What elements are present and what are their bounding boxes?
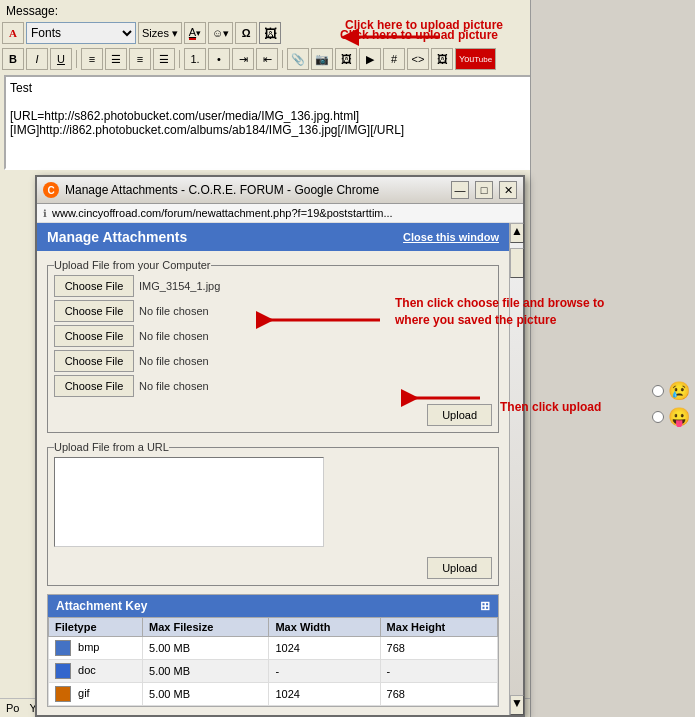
choose-file-btn-2[interactable]: Choose File — [54, 300, 134, 322]
url-textarea[interactable] — [54, 457, 324, 547]
choose-file-btn-4[interactable]: Choose File — [54, 350, 134, 372]
scrollbar-down-btn[interactable]: ▼ — [510, 695, 524, 715]
file-input-row-5: Choose File No file chosen — [54, 375, 492, 397]
scrollbar-up-btn[interactable]: ▲ — [510, 223, 524, 243]
cell-height-1: - — [380, 660, 497, 683]
attachment-key-header: Attachment Key ⊞ — [48, 595, 498, 617]
attachment-key-section: Attachment Key ⊞ Filetype Max Filesize M… — [47, 594, 499, 707]
modal-title: Manage Attachments - C.O.R.E. FORUM - Go… — [65, 183, 445, 197]
modal-close-btn[interactable]: ✕ — [499, 181, 517, 199]
info-icon: ℹ — [43, 208, 47, 219]
youtube-btn[interactable]: YouTube — [455, 48, 496, 70]
img-btn[interactable]: 🖼 — [335, 48, 357, 70]
align-justify-btn[interactable]: ☰ — [153, 48, 175, 70]
image-insert-btn[interactable]: 🖼 — [259, 22, 281, 44]
scrollbar-thumb[interactable] — [510, 248, 524, 278]
emoticon-tongue: 😛 — [668, 406, 690, 428]
emoticon-sad: 😢 — [668, 380, 690, 402]
file-input-row-1: Choose File IMG_3154_1.jpg — [54, 275, 492, 297]
cell-filetype-2: gif — [49, 683, 143, 706]
col-header-maxheight: Max Height — [380, 618, 497, 637]
bottom-label-1: Po — [6, 702, 19, 714]
modal-header: Manage Attachments Close this window — [37, 223, 509, 251]
message-editor[interactable]: Test [URL=http://s862.photobucket.com/us… — [4, 75, 534, 170]
emoticon-panel: 😢 😛 — [652, 380, 690, 428]
upload-computer-legend: Upload File from your Computer — [54, 259, 211, 271]
file-chosen-5: No file chosen — [139, 380, 209, 392]
cell-width-1: - — [269, 660, 380, 683]
col-header-maxwidth: Max Width — [269, 618, 380, 637]
bold-btn[interactable]: B — [2, 48, 24, 70]
divider-1 — [76, 50, 77, 68]
font-icon-btn[interactable]: A — [2, 22, 24, 44]
upload-btn-url[interactable]: Upload — [427, 557, 492, 579]
cell-width-0: 1024 — [269, 637, 380, 660]
cell-size-2: 5.00 MB — [143, 683, 269, 706]
cell-height-2: 768 — [380, 683, 497, 706]
col-header-maxsize: Max Filesize — [143, 618, 269, 637]
cell-height-0: 768 — [380, 637, 497, 660]
emoticon-radio-1[interactable] — [652, 385, 664, 397]
cell-size-0: 5.00 MB — [143, 637, 269, 660]
outdent-btn[interactable]: ⇤ — [256, 48, 278, 70]
modal-url: www.cincyoffroad.com/forum/newattachment… — [52, 207, 517, 219]
right-sidebar: 😢 😛 — [530, 0, 695, 717]
font-color-btn[interactable]: A ▾ — [184, 22, 206, 44]
special-char-btn[interactable]: Ω — [235, 22, 257, 44]
unordered-list-btn[interactable]: • — [208, 48, 230, 70]
modal-maximize-btn[interactable]: □ — [475, 181, 493, 199]
choose-file-btn-1[interactable]: Choose File — [54, 275, 134, 297]
file-input-row-2: Choose File No file chosen — [54, 300, 492, 322]
browser-icon: C — [43, 182, 59, 198]
photo-btn[interactable]: 🖼 — [431, 48, 453, 70]
attachment-key-icon: ⊞ — [480, 599, 490, 613]
modal-body: Upload File from your Computer Choose Fi… — [37, 251, 509, 715]
upload-url-legend: Upload File from a URL — [54, 441, 169, 453]
smiley-btn[interactable]: ☺▾ — [208, 22, 233, 44]
upload-computer-section: Upload File from your Computer Choose Fi… — [47, 259, 499, 433]
annotation-click-here: Click here to upload picture — [340, 28, 498, 42]
cell-filetype-0: bmp — [49, 637, 143, 660]
filetype-icon-doc — [55, 663, 71, 679]
modal-minimize-btn[interactable]: — — [451, 181, 469, 199]
table-row: gif 5.00 MB 1024 768 — [49, 683, 498, 706]
modal-scrollbar[interactable]: ▲ ▼ — [509, 223, 523, 715]
table-row: bmp 5.00 MB 1024 768 — [49, 637, 498, 660]
modal-header-title: Manage Attachments — [47, 229, 187, 245]
underline-btn[interactable]: U — [50, 48, 72, 70]
code-btn[interactable]: <> — [407, 48, 429, 70]
file-input-row-3: Choose File No file chosen — [54, 325, 492, 347]
file-chosen-4: No file chosen — [139, 355, 209, 367]
choose-file-btn-5[interactable]: Choose File — [54, 375, 134, 397]
file-chosen-1: IMG_3154_1.jpg — [139, 280, 220, 292]
col-header-filetype: Filetype — [49, 618, 143, 637]
choose-file-btn-3[interactable]: Choose File — [54, 325, 134, 347]
filetype-icon-bmp — [55, 640, 71, 656]
camera-btn[interactable]: 📷 — [311, 48, 333, 70]
attachment-table: Filetype Max Filesize Max Width Max Heig… — [48, 617, 498, 706]
cell-filetype-1: doc — [49, 660, 143, 683]
file-chosen-2: No file chosen — [139, 305, 209, 317]
align-right-btn[interactable]: ≡ — [129, 48, 151, 70]
modal-close-link[interactable]: Close this window — [403, 231, 499, 243]
divider-3 — [282, 50, 283, 68]
sizes-select-btn[interactable]: Sizes ▾ — [138, 22, 182, 44]
upload-btn-computer[interactable]: Upload — [427, 404, 492, 426]
align-left-btn[interactable]: ≡ — [81, 48, 103, 70]
file-input-row-4: Choose File No file chosen — [54, 350, 492, 372]
modal-urlbar: ℹ www.cincyoffroad.com/forum/newattachme… — [37, 204, 523, 223]
italic-btn[interactable]: I — [26, 48, 48, 70]
file-chosen-3: No file chosen — [139, 330, 209, 342]
cell-width-2: 1024 — [269, 683, 380, 706]
ordered-list-btn[interactable]: 1. — [184, 48, 206, 70]
indent-btn[interactable]: ⇥ — [232, 48, 254, 70]
table-row: doc 5.00 MB - - — [49, 660, 498, 683]
upload-url-section: Upload File from a URL Upload — [47, 441, 499, 586]
emoticon-radio-2[interactable] — [652, 411, 664, 423]
font-select[interactable]: Fonts — [26, 22, 136, 44]
media-btn[interactable]: 📎 — [287, 48, 309, 70]
hash-btn[interactable]: # — [383, 48, 405, 70]
align-center-btn[interactable]: ☰ — [105, 48, 127, 70]
video-btn[interactable]: ▶ — [359, 48, 381, 70]
manage-attachments-modal: C Manage Attachments - C.O.R.E. FORUM - … — [35, 175, 525, 717]
